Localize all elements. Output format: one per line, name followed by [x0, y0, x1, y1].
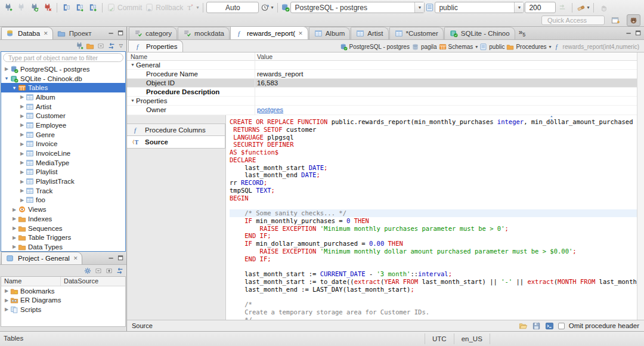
open-perspective-button[interactable] — [609, 14, 623, 26]
database-tree[interactable]: ▶PostgreSQL - postgres▼SQLite - Chinook.… — [1, 64, 125, 251]
settings-gear-icon[interactable] — [83, 267, 92, 275]
expand-arrow-icon[interactable]: ▶ — [11, 244, 18, 249]
disconnect-button[interactable] — [41, 1, 54, 14]
tab-properties[interactable]: f Properties — [128, 40, 183, 52]
collapse-all-icon[interactable] — [94, 267, 103, 275]
editor-subtab-procedure-columns[interactable]: fProcedure Columns — [127, 123, 225, 136]
tree-item-views[interactable]: ▶Views — [1, 205, 125, 214]
expand-all-icon[interactable] — [105, 267, 113, 275]
tree-item-foo[interactable]: ▶foo — [1, 196, 125, 205]
link-with-editor-icon[interactable] — [107, 42, 116, 50]
breadcrumb-procedures[interactable]: Procedures▾ — [506, 43, 551, 51]
collapse-all-icon[interactable] — [97, 42, 105, 50]
editor-subtab-source[interactable]: TSource — [127, 136, 225, 149]
tree-item-album[interactable]: ▶Album — [1, 92, 125, 102]
tree-item-track[interactable]: ▶Track — [1, 186, 125, 196]
tree-item-playlist[interactable]: ▶Playlist — [1, 168, 125, 177]
new-folder-icon[interactable] — [86, 42, 94, 50]
expand-arrow-icon[interactable]: ▶ — [18, 113, 26, 119]
minimize-icon[interactable] — [107, 29, 115, 37]
expand-arrow-icon[interactable]: ▶ — [11, 235, 18, 240]
collapse-arrow-icon[interactable]: ▼ — [3, 76, 10, 81]
tree-item-invoice[interactable]: ▶Invoice — [1, 140, 125, 149]
caret-down-icon[interactable]: ▼ — [414, 2, 424, 13]
tree-item-table-triggers[interactable]: ▶Table Triggers — [1, 233, 125, 242]
tree-item-indexes[interactable]: ▶Indexes — [1, 214, 125, 224]
expand-arrow-icon[interactable]: ▶ — [18, 151, 26, 156]
tab-overflow-button[interactable]: »5 — [519, 28, 526, 38]
locale-cell[interactable]: en_US — [454, 333, 490, 344]
pointer-tool-button[interactable] — [597, 1, 609, 14]
breadcrumb-postgresql-postgres[interactable]: PostgreSQL - postgres — [340, 43, 410, 51]
open-in-sql-console-icon[interactable] — [545, 322, 554, 330]
vertical-scrollbar[interactable] — [637, 52, 644, 320]
expand-arrow-icon[interactable]: ▶ — [18, 104, 26, 109]
tree-item-employee[interactable]: ▶Employee — [1, 121, 125, 130]
reconnect-button[interactable] — [28, 1, 41, 14]
close-icon[interactable]: ✕ — [73, 255, 78, 261]
project-item-bookmarks[interactable]: ▶Bookmarks — [1, 286, 125, 296]
property-row-general[interactable]: ▼General — [127, 61, 637, 70]
project-item-scripts[interactable]: ▶Scripts — [1, 305, 125, 314]
breadcrumb-rewards-report-int4-numeric[interactable]: frewards_report(int4,numeric) — [553, 43, 639, 51]
expand-arrow-icon[interactable]: ▶ — [18, 179, 26, 184]
column-header-name[interactable]: Name — [1, 277, 61, 286]
collapse-arrow-icon[interactable]: ▼ — [11, 85, 18, 91]
maximize-icon[interactable] — [634, 29, 642, 37]
maximize-icon[interactable] — [117, 254, 125, 262]
source-code[interactable]: CREATE OR REPLACE FUNCTION public.reward… — [226, 118, 637, 320]
sql-editor-button[interactable] — [60, 1, 73, 14]
maximize-icon[interactable] — [117, 29, 125, 37]
tree-item-genre[interactable]: ▶Genre — [1, 130, 125, 140]
rollback-button[interactable]: Rollback — [144, 1, 184, 14]
commit-button[interactable]: Commit — [106, 1, 143, 14]
expand-arrow-icon[interactable]: ▶ — [11, 225, 18, 231]
expand-arrow-icon[interactable]: ▶ — [18, 94, 26, 100]
transaction-log-button[interactable]: ▾ — [259, 1, 274, 14]
sql-editor-recent-button[interactable] — [73, 1, 86, 14]
dbeaver-perspective-button[interactable] — [627, 14, 640, 26]
clear-button[interactable]: ▾ — [575, 1, 590, 14]
omit-procedure-header-checkbox[interactable] — [558, 323, 565, 329]
schema-combo[interactable]: public▼ — [435, 2, 524, 13]
expand-arrow-icon[interactable]: ▶ — [11, 207, 18, 212]
expand-arrow-icon[interactable]: ▶ — [18, 188, 26, 193]
editor-tab-mockdata[interactable]: mockdata — [178, 27, 230, 39]
tree-item-sqlite-chinook-db[interactable]: ▼SQLite - Chinook.db — [1, 74, 125, 84]
timezone-cell[interactable]: UTC — [425, 333, 454, 344]
expand-arrow-icon[interactable]: ▶ — [18, 132, 26, 137]
expand-arrow-icon[interactable]: ▶ — [18, 141, 26, 147]
expand-arrow-icon[interactable]: ▶ — [18, 160, 26, 165]
tree-item-customer[interactable]: ▶Customer — [1, 111, 125, 121]
tree-item-playlisttrack[interactable]: ▶PlaylistTrack — [1, 177, 125, 186]
editor-tab-album[interactable]: Album — [309, 27, 351, 39]
column-header-datasource[interactable]: DataSource — [61, 277, 101, 286]
expand-arrow-icon[interactable]: ▶ — [18, 122, 26, 128]
expand-arrow-icon[interactable]: ▶ — [11, 216, 18, 221]
plug-button[interactable] — [15, 1, 27, 14]
object-filter-input[interactable] — [3, 53, 123, 62]
breadcrumb-schemas[interactable]: Schemas▾ — [439, 43, 478, 51]
transaction-mode-button[interactable]: T*▾ — [185, 1, 200, 14]
quick-access-field[interactable]: Quick Access — [541, 16, 605, 25]
breadcrumb-public[interactable]: public — [479, 43, 504, 51]
new-connection-icon[interactable] — [75, 42, 83, 50]
connect-button[interactable] — [2, 1, 14, 14]
collapse-arrow-icon[interactable]: ▼ — [131, 98, 135, 103]
caret-down-icon[interactable]: ▼ — [514, 2, 524, 13]
property-row-owner[interactable]: Ownerpostgres — [127, 106, 637, 115]
column-divider[interactable] — [255, 52, 255, 115]
collapse-arrow-icon[interactable]: ▼ — [131, 63, 135, 67]
minimize-icon[interactable] — [625, 29, 633, 37]
column-header-name[interactable]: Name — [131, 53, 147, 60]
tree-item-sequences[interactable]: ▶Sequences — [1, 224, 125, 233]
property-row-properties[interactable]: ▼Properties — [127, 97, 637, 106]
sash-collapse-handle[interactable] — [546, 115, 557, 122]
tree-item-artist[interactable]: ▶Artist — [1, 102, 125, 112]
close-icon[interactable]: ✕ — [298, 30, 303, 36]
load-from-file-icon[interactable] — [519, 322, 528, 330]
project-item-er-diagrams[interactable]: ▶ER Diagrams — [1, 296, 125, 305]
editor-tab-customer[interactable]: *Customer — [389, 27, 444, 39]
link-with-editor-icon[interactable] — [116, 267, 124, 275]
tree-item-invoiceline[interactable]: ▶InvoiceLine — [1, 149, 125, 158]
